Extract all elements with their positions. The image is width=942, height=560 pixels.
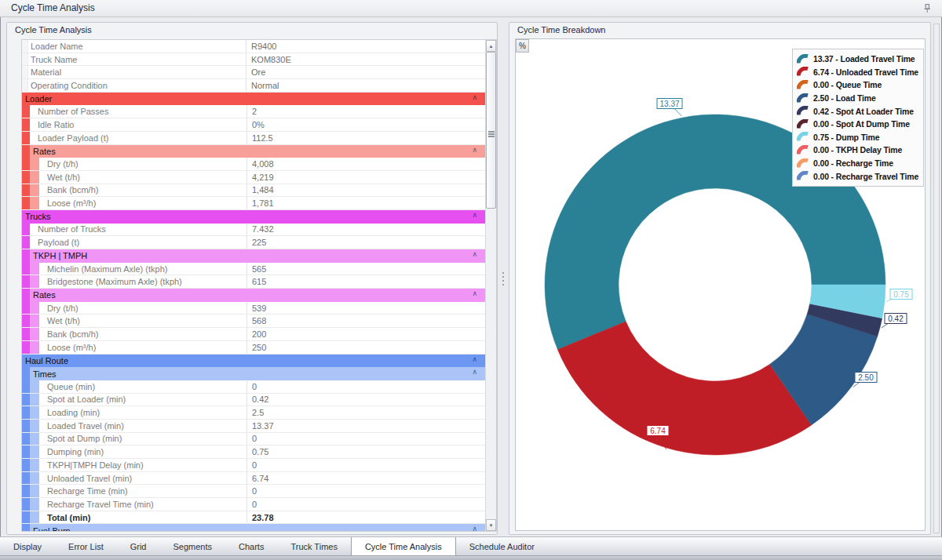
section-header-fuel-burn[interactable]: Fuel Burn∧ xyxy=(22,524,485,531)
grid-row-spot-at-dump-min[interactable]: Spot at Dump (min)0 xyxy=(22,433,485,446)
grid-row-queue-min[interactable]: Queue (min)0 xyxy=(22,380,485,394)
collapse-chevron-icon[interactable]: ∧ xyxy=(472,368,477,376)
collapse-chevron-icon[interactable]: ∧ xyxy=(472,289,477,297)
right-scrollbar-track[interactable] xyxy=(933,24,940,533)
grid-row-operating-condition[interactable]: Operating ConditionNormal xyxy=(22,79,485,93)
grid-row-loose-m-h[interactable]: Loose (m³/h)250 xyxy=(22,341,485,355)
indent-bar xyxy=(22,459,30,471)
indent-bar xyxy=(22,145,30,158)
indent-bar xyxy=(22,445,30,458)
indent-bar xyxy=(30,445,39,458)
grid-row-spot-at-loader-min[interactable]: Spot at Loader (min)0.42 xyxy=(22,394,485,407)
grid-row-dry-t-h[interactable]: Dry (t/h)539 xyxy=(22,302,485,315)
section-header-rates[interactable]: Rates∧ xyxy=(22,289,485,302)
property-value: 13.37 xyxy=(246,420,485,432)
indent-bar xyxy=(22,105,30,118)
section-header-tkph-tmph[interactable]: TKPH | TMPH∧ xyxy=(22,249,485,263)
section-header-trucks[interactable]: Trucks∧ xyxy=(22,210,485,224)
grid-row-bank-bcm-h[interactable]: Bank (bcm/h)1,484 xyxy=(22,184,485,198)
grid-row-number-of-passes[interactable]: Number of Passes2 xyxy=(22,105,485,118)
scroll-down-button[interactable]: ▼ xyxy=(486,519,496,531)
collapse-chevron-icon[interactable]: ∧ xyxy=(472,211,477,219)
scrollbar-thumb[interactable] xyxy=(486,52,496,209)
indent-bar xyxy=(30,459,39,471)
indent-bar xyxy=(30,315,39,327)
tab-error-list[interactable]: Error List xyxy=(55,537,117,555)
grid-row-loaded-travel-min[interactable]: Loaded Travel (min)13.37 xyxy=(22,420,485,433)
grid-row-unloaded-travel-min[interactable]: Unloaded Travel (min)6.74 xyxy=(22,472,485,485)
grid-row-tkph-tmph-delay-min[interactable]: TKPH|TMPH Delay (min)0 xyxy=(22,459,485,472)
legend-label: 0.00 - Recharge Travel Time xyxy=(813,172,918,181)
legend-swatch-icon xyxy=(797,54,809,64)
indent-bar xyxy=(30,472,39,485)
grid-row-dry-t-h[interactable]: Dry (t/h)4,008 xyxy=(22,158,485,171)
collapse-chevron-icon[interactable]: ∧ xyxy=(472,355,477,363)
property-name: Loose (m³/h) xyxy=(39,341,246,354)
grid-row-idle-ratio[interactable]: Idle Ratio0% xyxy=(22,118,485,132)
grid-row-total-min[interactable]: Total (min)23.78 xyxy=(22,511,485,525)
panel-splitter[interactable] xyxy=(499,24,507,535)
indent-bar xyxy=(22,472,30,485)
grid-row-dumping-min[interactable]: Dumping (min)0.75 xyxy=(22,445,485,459)
percent-toggle-button[interactable]: % xyxy=(516,39,529,53)
donut-slice-unloaded-travel-time[interactable] xyxy=(557,322,811,455)
property-name: Loader Payload (t) xyxy=(30,132,246,144)
property-value: 2.5 xyxy=(246,406,485,419)
grid-row-loader-name[interactable]: Loader NameR9400 xyxy=(22,40,485,53)
vertical-scrollbar[interactable]: ▲ ▼ xyxy=(485,40,496,531)
grid-row-number-of-trucks[interactable]: Number of Trucks7.432 xyxy=(22,224,485,237)
section-header-loader[interactable]: Loader∧ xyxy=(22,93,485,106)
grid-row-loose-m-h[interactable]: Loose (m³/h)1,781 xyxy=(22,197,485,210)
tab-display[interactable]: Display xyxy=(0,537,55,555)
grid-row-loader-payload-t[interactable]: Loader Payload (t)112.5 xyxy=(22,132,485,145)
section-header-haul-route[interactable]: Haul Route∧ xyxy=(22,355,485,368)
property-value: 0 xyxy=(246,433,485,445)
grid-row-truck-name[interactable]: Truck NameKOM830E xyxy=(22,53,485,67)
legend-item-tkph-delay-time: 0.00 - TKPH Delay Time xyxy=(797,144,921,157)
tab-truck-times[interactable]: Truck Times xyxy=(277,537,351,555)
grid-row-loading-min[interactable]: Loading (min)2.5 xyxy=(22,406,485,420)
property-name: Number of Trucks xyxy=(30,224,246,236)
property-value: 4,008 xyxy=(246,158,485,170)
grid-row-recharge-travel-time-min[interactable]: Recharge Travel Time (min)0 xyxy=(22,498,485,511)
grid-row-wet-t-h[interactable]: Wet (t/h)568 xyxy=(22,315,485,328)
auto-hide-pin-icon[interactable] xyxy=(922,3,933,14)
grid-row-payload-t[interactable]: Payload (t)225 xyxy=(22,236,485,249)
grid-row-material[interactable]: MaterialOre xyxy=(22,66,485,79)
tab-schedule-auditor[interactable]: Schedule Auditor xyxy=(456,537,548,555)
tab-charts[interactable]: Charts xyxy=(225,537,277,555)
callout-value: 6.74 xyxy=(650,427,666,435)
section-header-rates[interactable]: Rates∧ xyxy=(22,145,485,158)
section-header-body: Rates∧ xyxy=(30,145,485,158)
grid-row-recharge-time-min[interactable]: Recharge Time (min)0 xyxy=(22,485,485,498)
scroll-up-button[interactable]: ▲ xyxy=(486,40,496,52)
tab-cycle-time-analysis[interactable]: Cycle Time Analysis xyxy=(351,537,456,555)
property-value: 0 xyxy=(246,498,485,511)
collapse-chevron-icon[interactable]: ∧ xyxy=(472,525,477,531)
collapse-chevron-icon[interactable]: ∧ xyxy=(472,250,477,258)
indent-bar xyxy=(22,341,30,354)
legend-label: 13.37 - Loaded Travel Time xyxy=(813,54,915,64)
section-header-body: Loader∧ xyxy=(22,93,485,106)
indent-bar xyxy=(30,511,39,524)
property-value: 200 xyxy=(246,328,485,340)
grid-row-michelin-maximum-axle-tkph[interactable]: Michelin (Maximum Axle) (tkph)565 xyxy=(22,263,485,276)
left-panel-caption: Cycle Time Analysis xyxy=(15,25,92,35)
grid-row-bridgestone-maximum-axle-tkph[interactable]: Bridgestone (Maximum Axle) (tkph)615 xyxy=(22,275,485,289)
indent-bar xyxy=(30,197,39,209)
property-value: 23.78 xyxy=(246,511,485,524)
grid-row-wet-t-h[interactable]: Wet (t/h)4,219 xyxy=(22,171,485,184)
tab-segments[interactable]: Segments xyxy=(159,537,225,555)
indent-bar xyxy=(22,171,30,184)
legend-item-dump-time: 0.75 - Dump Time xyxy=(797,131,921,144)
collapse-chevron-icon[interactable]: ∧ xyxy=(472,146,477,154)
section-header-times[interactable]: Times∧ xyxy=(22,367,485,380)
legend-item-load-time: 2.50 - Load Time xyxy=(797,92,921,105)
tab-grid[interactable]: Grid xyxy=(117,537,160,555)
property-name: Michelin (Maximum Axle) (tkph) xyxy=(39,263,246,275)
indent-bar xyxy=(22,420,30,432)
chart-legend: 13.37 - Loaded Travel Time6.74 - Unloade… xyxy=(792,49,924,187)
property-name: Bank (bcm/h) xyxy=(39,184,246,197)
grid-row-bank-bcm-h[interactable]: Bank (bcm/h)200 xyxy=(22,328,485,341)
collapse-chevron-icon[interactable]: ∧ xyxy=(472,93,477,101)
